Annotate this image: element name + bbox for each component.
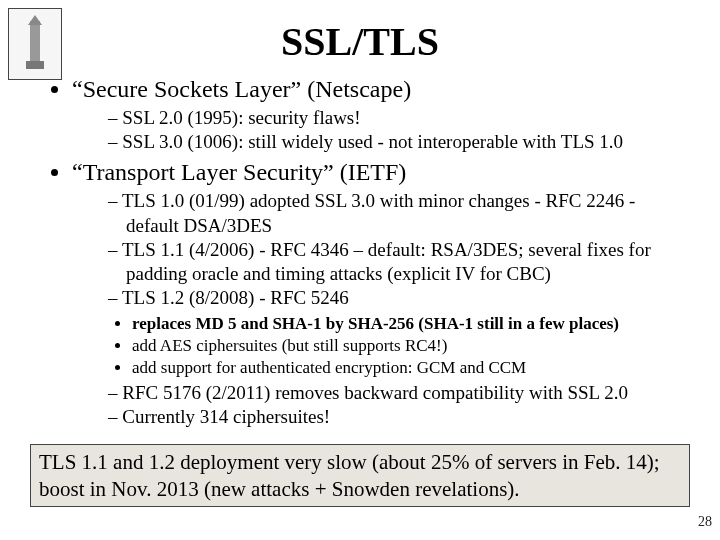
- bullet-2: “Transport Layer Security” (IETF) TLS 1.…: [72, 158, 690, 429]
- slide-title: SSL/TLS: [30, 18, 690, 65]
- b2-sub-2: TLS 1.2 (8/2008) - RFC 5246: [108, 286, 690, 310]
- bullet-2-sublist-b: RFC 5176 (2/2011) removes backward compa…: [72, 381, 690, 430]
- svg-rect-0: [30, 21, 40, 61]
- b2-subsub-0: replaces MD 5 and SHA-1 by SHA-256 (SHA-…: [132, 313, 690, 335]
- page-number: 28: [698, 514, 712, 530]
- b2-sub-1: TLS 1.1 (4/2006) - RFC 4346 – default: R…: [108, 238, 690, 287]
- b2-subsub-2: add support for authenticated encryption…: [132, 357, 690, 379]
- bullet-2-sublist-a: TLS 1.0 (01/99) adopted SSL 3.0 with min…: [72, 189, 690, 311]
- bullet-2-text: “Transport Layer Security” (IETF): [72, 159, 406, 185]
- bullet-2-subsublist: replaces MD 5 and SHA-1 by SHA-256 (SHA-…: [72, 313, 690, 379]
- bullet-1: “Secure Sockets Layer” (Netscape) SSL 2.…: [72, 75, 690, 154]
- b1-sub-0: SSL 2.0 (1995): security flaws!: [108, 106, 690, 130]
- b2-sub2-1: Currently 314 ciphersuites!: [108, 405, 690, 429]
- bullet-1-sublist: SSL 2.0 (1995): security flaws! SSL 3.0 …: [72, 106, 690, 155]
- svg-marker-2: [28, 15, 42, 25]
- b2-subsub-1: add AES ciphersuites (but still supports…: [132, 335, 690, 357]
- bullet-1-text: “Secure Sockets Layer” (Netscape): [72, 76, 411, 102]
- b1-sub-1: SSL 3.0 (1006): still widely used - not …: [108, 130, 690, 154]
- institution-logo: [8, 8, 62, 80]
- svg-rect-1: [26, 61, 44, 69]
- bullet-list: “Secure Sockets Layer” (Netscape) SSL 2.…: [30, 75, 690, 430]
- slide: SSL/TLS “Secure Sockets Layer” (Netscape…: [0, 0, 720, 540]
- highlight-box: TLS 1.1 and 1.2 deployment very slow (ab…: [30, 444, 690, 508]
- b2-sub-0: TLS 1.0 (01/99) adopted SSL 3.0 with min…: [108, 189, 690, 238]
- b2-sub2-0: RFC 5176 (2/2011) removes backward compa…: [108, 381, 690, 405]
